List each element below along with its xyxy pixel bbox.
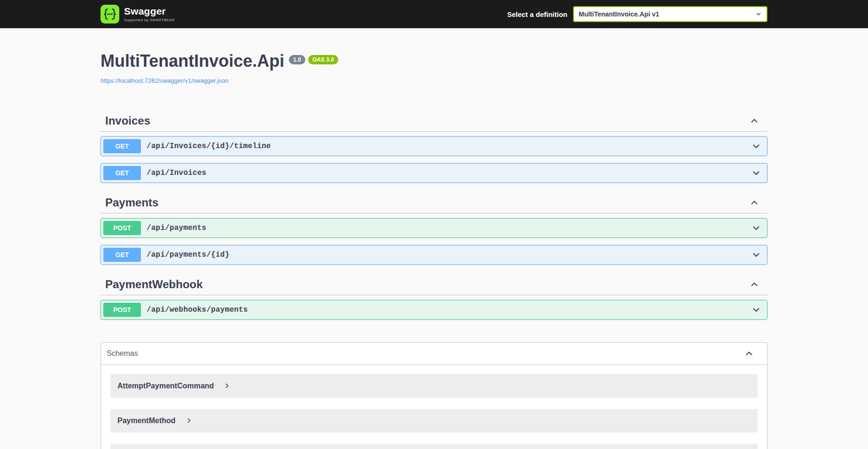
model-row[interactable]: AttemptPaymentCommand — [110, 374, 758, 398]
tag-section: PaymentWebhook POST /api/webhooks/paymen… — [101, 274, 767, 320]
models-list: AttemptPaymentCommand PaymentMethod Paym… — [101, 365, 767, 449]
method-badge: POST — [103, 221, 141, 235]
method-badge: GET — [103, 166, 141, 180]
definition-select[interactable]: MultiTenantInvoice.Api v1 — [573, 6, 767, 22]
version-badge: 1.0 — [289, 55, 305, 64]
spec-url-link[interactable]: https://localhost:7262/swagger/v1/swagge… — [101, 77, 228, 84]
operation-path: /api/payments/{id} — [141, 251, 235, 259]
definition-select-value: MultiTenantInvoice.Api v1 — [579, 10, 659, 18]
api-info: MultiTenantInvoice.Api 1.0 OAS 3.0 https… — [101, 52, 767, 85]
swagger-logo-icon — [101, 5, 119, 24]
operation-summary[interactable]: GET /api/payments/{id} — [101, 245, 767, 264]
tag-header[interactable]: PaymentWebhook — [101, 274, 767, 295]
oas-badge: OAS 3.0 — [308, 55, 338, 64]
operation-path: /api/webhooks/payments — [141, 306, 254, 314]
definition-area: Select a definition MultiTenantInvoice.A… — [507, 6, 767, 22]
operation-summary[interactable]: GET /api/Invoices/{id}/timeline — [101, 137, 767, 156]
operation-summary[interactable]: POST /api/payments — [101, 219, 767, 237]
operation-path: /api/Invoices — [141, 169, 212, 177]
swagger-logo[interactable]: Swagger Supported by SMARTBEAR — [101, 5, 175, 24]
operation-block: POST /api/webhooks/payments — [101, 300, 767, 320]
topbar: Swagger Supported by SMARTBEAR Select a … — [0, 0, 868, 28]
chevron-up-icon[interactable] — [750, 116, 763, 126]
operation-block: GET /api/payments/{id} — [101, 245, 767, 265]
tag-section: Payments POST /api/payments GET /api/pay… — [101, 192, 767, 265]
tag-header[interactable]: Payments — [101, 192, 767, 213]
tag-header[interactable]: Invoices — [101, 110, 767, 132]
chevron-down-icon[interactable] — [752, 305, 765, 315]
tag-title: Invoices — [105, 114, 150, 127]
api-title: MultiTenantInvoice.Api — [101, 52, 284, 71]
chevron-up-icon[interactable] — [750, 198, 763, 207]
logo-title: Swagger — [124, 6, 175, 16]
method-badge: POST — [103, 303, 141, 317]
definition-select-label: Select a definition — [507, 10, 567, 18]
chevron-down-icon[interactable] — [752, 250, 765, 260]
tag-section: Invoices GET /api/Invoices/{id}/timeline… — [101, 110, 767, 183]
model-row[interactable]: PaymentMethod — [110, 409, 758, 433]
chevron-right-icon[interactable] — [186, 417, 192, 424]
chevron-down-icon[interactable] — [752, 142, 765, 151]
operation-block: GET /api/Invoices — [101, 163, 767, 183]
main-content: MultiTenantInvoice.Api 1.0 OAS 3.0 https… — [91, 52, 777, 449]
chevron-right-icon[interactable] — [224, 383, 230, 389]
model-name: PaymentMethod — [117, 417, 176, 425]
schemas-section: Schemas AttemptPaymentCommand PaymentMet… — [101, 342, 767, 449]
tag-title: PaymentWebhook — [105, 278, 203, 291]
operation-path: /api/Invoices/{id}/timeline — [141, 142, 277, 150]
chevron-up-icon[interactable] — [750, 280, 763, 289]
operation-block: GET /api/Invoices/{id}/timeline — [101, 136, 767, 156]
chevron-down-icon[interactable] — [752, 223, 765, 233]
model-row[interactable]: PaymentWebhookDto — [110, 444, 758, 449]
model-name: AttemptPaymentCommand — [117, 382, 214, 390]
operation-summary[interactable]: POST /api/webhooks/payments — [101, 300, 767, 319]
operation-summary[interactable]: GET /api/Invoices — [101, 164, 767, 182]
logo-subtitle: Supported by SMARTBEAR — [124, 18, 175, 22]
chevron-down-icon[interactable] — [752, 168, 765, 178]
chevron-down-icon — [755, 11, 762, 17]
chevron-up-icon[interactable] — [744, 349, 758, 358]
method-badge: GET — [103, 248, 141, 262]
operation-block: POST /api/payments — [101, 218, 767, 238]
schemas-header[interactable]: Schemas — [101, 343, 767, 365]
method-badge: GET — [103, 139, 141, 153]
schemas-title: Schemas — [107, 349, 138, 358]
tag-title: Payments — [105, 196, 158, 209]
operation-path: /api/payments — [141, 224, 212, 232]
